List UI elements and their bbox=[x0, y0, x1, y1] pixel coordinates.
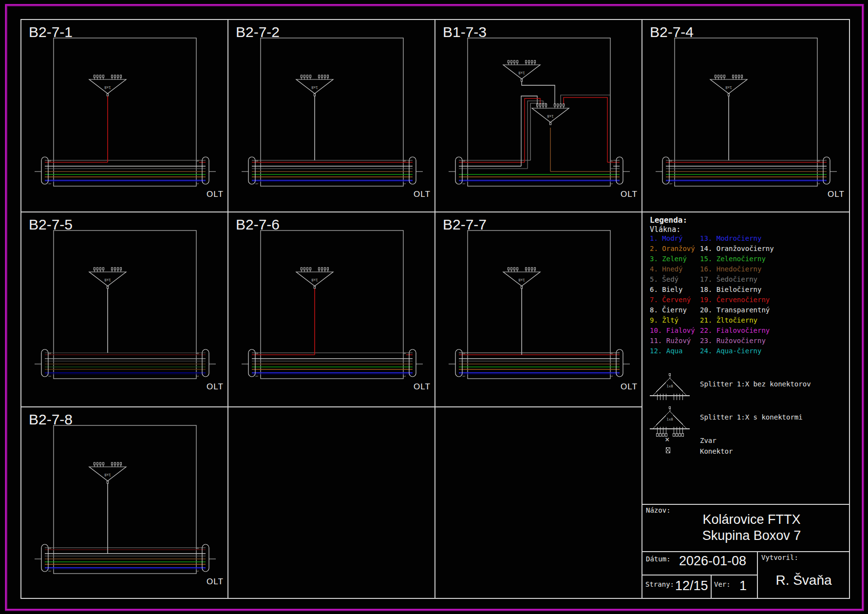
strany-label: Strany: bbox=[645, 580, 674, 588]
fiber-bus bbox=[459, 353, 620, 374]
svg-text:8: 8 bbox=[255, 160, 259, 162]
svg-text:1: 1 bbox=[255, 183, 259, 185]
splitter-ratio-label: 1x8 bbox=[725, 85, 732, 90]
drawing-title-line1: Kolárovice FTTX bbox=[676, 512, 827, 528]
svg-text:8: 8 bbox=[402, 160, 406, 162]
svg-text:8: 8 bbox=[462, 352, 466, 354]
splitter-ratio-label: 1x8 bbox=[311, 85, 318, 90]
svg-text:8: 8 bbox=[669, 160, 673, 162]
zvar-icon: × bbox=[665, 435, 670, 444]
svg-text:8: 8 bbox=[609, 352, 613, 354]
svg-text:1: 1 bbox=[609, 375, 613, 377]
legend-fiber-19: 19. Červenočierny bbox=[700, 296, 770, 304]
panel-B2-7-2: 1x88181B2-7-2OLT bbox=[228, 19, 435, 212]
legend-fiber-17: 17. Šedočierny bbox=[700, 275, 757, 283]
ver-value: 1 bbox=[739, 578, 747, 594]
legend-fiber-10: 10. Fialový bbox=[650, 326, 695, 334]
vytvoril-value: R. Švaňa bbox=[762, 573, 845, 588]
legend-fiber-row: 6. Biely18. Bieločierny bbox=[642, 286, 850, 296]
box-outline bbox=[261, 230, 403, 379]
nazov-label: Názov: bbox=[646, 506, 671, 514]
panel-title: B2-7-5 bbox=[29, 216, 73, 232]
fiber-bus bbox=[45, 548, 206, 569]
legend-fiber-11: 11. Ružový bbox=[650, 337, 691, 345]
legend-fiber-15: 15. Zelenočierny bbox=[700, 255, 766, 263]
konektor-icon bbox=[665, 447, 671, 456]
splitter-1x8-icon: 1x8 bbox=[710, 75, 747, 96]
olt-label: OLT bbox=[414, 382, 431, 391]
box-outline bbox=[675, 38, 817, 186]
olt-label: OLT bbox=[207, 577, 224, 586]
drawing-sheet: 1x88181B2-7-1OLT1x88181B2-7-2OLT1x81x881… bbox=[0, 0, 868, 614]
panel-title: B2-7-1 bbox=[29, 24, 73, 40]
svg-text:8: 8 bbox=[816, 160, 820, 162]
splitter-ratio-label: 1x8 bbox=[518, 278, 525, 282]
svg-text:1: 1 bbox=[48, 570, 52, 572]
splitter-1x8-icon: 1x8 bbox=[296, 75, 333, 96]
panel-B2-7-4: 1x88181B2-7-4OLT bbox=[642, 19, 849, 212]
legend-fiber-row: 1. Modrý13. Modročierny bbox=[642, 234, 850, 245]
fiber-bus bbox=[252, 160, 413, 182]
legend-fiber-13: 13. Modročierny bbox=[700, 234, 761, 242]
svg-text:1: 1 bbox=[816, 183, 820, 185]
splitter-1x8-icon: 1x8 bbox=[296, 268, 333, 288]
box-outline bbox=[54, 38, 196, 186]
legend-konektor-label: Konektor bbox=[700, 447, 733, 455]
legend-fiber-9: 9. Žltý bbox=[650, 316, 679, 324]
splitter-no-connectors-icon: 1x8 bbox=[648, 373, 693, 404]
legend-fiber-row: 4. Hnedý16. Hnedočierny bbox=[642, 265, 850, 275]
panel-title: B2-7-2 bbox=[236, 24, 280, 40]
splitter-1x8-lower-icon: 1x8 bbox=[532, 104, 569, 125]
legend-fiber-16: 16. Hnedočierny bbox=[700, 265, 761, 273]
svg-text:8: 8 bbox=[255, 352, 259, 354]
legend-fiber-3: 3. Zelený bbox=[650, 255, 687, 263]
legend-fiber-12: 12. Aqua bbox=[650, 347, 682, 355]
splitter-ratio-label: 1x8 bbox=[104, 278, 111, 282]
svg-text:1: 1 bbox=[609, 183, 613, 185]
legend-fiber-row: 2. Oranžový14. Oranžovočierny bbox=[642, 245, 850, 255]
legend-fiber-8: 8. Čierny bbox=[650, 306, 687, 314]
svg-text:8: 8 bbox=[402, 352, 406, 354]
svg-text:8: 8 bbox=[609, 160, 613, 162]
panel-title: B2-7-7 bbox=[443, 216, 487, 232]
legend-fiber-row: 7. Červený19. Červenočierny bbox=[642, 296, 850, 306]
legend-zvar-label: Zvar bbox=[700, 437, 717, 444]
fiber-bus bbox=[252, 353, 413, 374]
svg-text:8: 8 bbox=[462, 160, 466, 162]
box-outline bbox=[468, 38, 610, 186]
svg-text:1: 1 bbox=[48, 375, 52, 377]
panel-B2-7-1: 1x88181B2-7-1OLT bbox=[21, 19, 228, 212]
legend-splitter-no-conn-label: Splitter 1:X bez konektorov bbox=[700, 380, 811, 388]
fiber-bus bbox=[666, 160, 827, 182]
splitter-1x8-icon: 1x8 bbox=[503, 268, 540, 288]
panel-B1-7-3: 1x81x88181B1-7-3OLT bbox=[435, 19, 642, 212]
svg-text:1: 1 bbox=[462, 375, 466, 377]
box-outline bbox=[261, 38, 403, 186]
svg-text:1: 1 bbox=[669, 183, 673, 185]
svg-text:1: 1 bbox=[195, 570, 199, 572]
legend-fiber-row: 3. Zelený15. Zelenočierny bbox=[642, 255, 850, 265]
datum-value: 2026-01-08 bbox=[679, 554, 746, 569]
legend-fiber-18: 18. Bieločierny bbox=[700, 286, 761, 293]
svg-text:8: 8 bbox=[48, 547, 52, 549]
splitter-ratio-label: 1x8 bbox=[104, 473, 111, 477]
box-outline bbox=[54, 425, 196, 574]
box-outline bbox=[468, 230, 610, 379]
legend-fiber-row: 10. Fialový22. Fialovočierny bbox=[642, 326, 850, 337]
drawing-title: Kolárovice FTTX Skupina Boxov 7 bbox=[676, 512, 827, 544]
splitter-1x8-icon: 1x8 bbox=[89, 75, 126, 96]
strany-value: 12/15 bbox=[675, 578, 708, 594]
splitter-1x8-icon: 1x8 bbox=[89, 462, 126, 483]
legend-title: Legenda: bbox=[650, 215, 687, 225]
splitter-ratio-label: 1x8 bbox=[104, 85, 111, 90]
svg-text:8: 8 bbox=[48, 160, 52, 162]
riser-fibers bbox=[521, 95, 610, 169]
panel-B2-7-5: 1x88181B2-7-5OLT bbox=[21, 212, 228, 407]
legend-fiber-24: 24. Aqua-čierny bbox=[700, 347, 761, 355]
legend-fiber-2: 2. Oranžový bbox=[650, 245, 695, 252]
svg-text:8: 8 bbox=[195, 352, 199, 354]
svg-text:1: 1 bbox=[462, 183, 466, 185]
olt-label: OLT bbox=[414, 190, 431, 199]
legend-splitter-conn-label: Splitter 1:X s konektormi bbox=[700, 413, 803, 421]
legend-fiber-row: 8. Čierny20. Transparentný bbox=[642, 306, 850, 316]
